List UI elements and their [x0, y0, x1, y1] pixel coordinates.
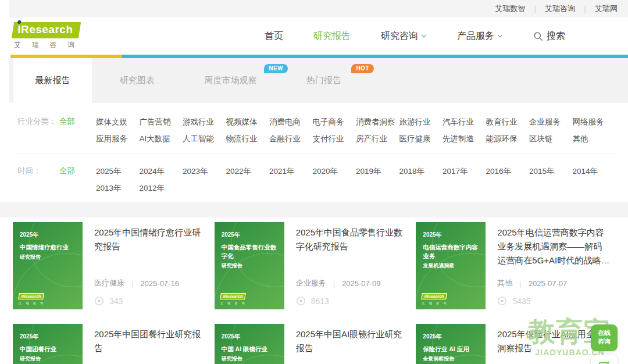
industry-option[interactable]: 媒体文娱 [96, 113, 140, 130]
cover-logo-subtext: 艾 瑞 咨 询 [422, 301, 448, 305]
industry-option[interactable]: 旅游行业 [399, 113, 443, 130]
nav-item-link[interactable]: 产品服务 [457, 30, 503, 42]
time-option[interactable]: 2025年 [96, 163, 140, 180]
industry-option[interactable]: 应用服务 [96, 130, 140, 147]
report-cover-thumbnail[interactable]: 2025年中国团餐行业研究报告iResearch艾 瑞 咨 询 [13, 324, 83, 364]
report-card[interactable]: 2025年中国情绪疗愈行业研究报告iResearch艾 瑞 咨 询2025年中国… [13, 222, 215, 309]
report-views-count: 343 [109, 297, 123, 306]
report-cover-thumbnail[interactable]: 2025年中国 AI 眼镜行业研究报告iResearch艾 瑞 咨 询 [215, 324, 284, 364]
industry-option[interactable]: 金融行业 [269, 130, 313, 147]
industry-option[interactable]: 其他 [573, 130, 616, 147]
time-option[interactable]: 2014年 [573, 163, 616, 180]
meta-divider: | [333, 279, 335, 288]
meta-divider: | [131, 279, 133, 288]
eye-views-icon [94, 296, 104, 306]
time-option[interactable]: 2020年 [313, 163, 356, 180]
industry-option[interactable]: 视频媒体 [226, 113, 270, 130]
cover-subtitle: 发展机遇洞察 [423, 262, 480, 270]
time-filter-row: 时间： 全部 2025年2024年2023年2022年2021年2020年201… [17, 153, 616, 197]
tab-item[interactable]: 热门报告HOT [283, 58, 365, 103]
report-category[interactable]: 其他 [497, 278, 512, 288]
report-title[interactable]: 2025年中国情绪疗愈行业研究报告 [94, 222, 208, 254]
nav-item-label: 研究报告 [313, 30, 351, 42]
industry-option[interactable]: 教育行业 [486, 113, 530, 130]
report-card[interactable]: 2025年中国 AI 眼镜行业研究报告iResearch艾 瑞 咨 询2025年… [215, 324, 416, 364]
industry-option[interactable]: 汽车行业 [443, 113, 486, 130]
nav-item-link[interactable]: 研究咨询 [381, 30, 427, 42]
tab-item[interactable]: 周度市场观察NEW [183, 58, 279, 103]
report-views: 343 [94, 296, 208, 306]
industry-option[interactable]: 区块链 [529, 130, 573, 147]
industry-option[interactable]: 物流行业 [226, 130, 270, 147]
report-meta: 医疗健康|2025-07-16 [94, 278, 208, 288]
tab-active[interactable]: 最新报告 [13, 58, 92, 103]
industry-option[interactable]: 游戏行业 [183, 113, 226, 130]
search-button[interactable]: 搜索 [533, 30, 565, 42]
cover-subtitle: 全景洞察报告 [423, 355, 480, 363]
industry-option[interactable]: 企业服务 [529, 113, 573, 130]
report-title[interactable]: 2025年中国团餐行业研究报告 [94, 324, 208, 355]
report-title[interactable]: 2025年中国AI眼镜行业研究报告 [296, 324, 409, 355]
industry-option[interactable]: 消费者洞察 [356, 113, 399, 130]
industry-option[interactable]: AI大数据 [140, 130, 183, 147]
report-card[interactable]: 2025年保险行业 AI 应用全景洞察报告iResearch艾 瑞 咨 询202… [416, 324, 618, 364]
industry-filter-all[interactable]: 全部 [59, 113, 96, 147]
iresearch-logo[interactable]: iResearch 艾瑞咨询 [13, 22, 80, 50]
time-option[interactable]: 2023年 [183, 163, 226, 180]
report-category[interactable]: 企业服务 [296, 278, 326, 288]
time-option[interactable]: 2013年 [96, 180, 140, 197]
report-info: 2025年电信运营商数字内容业务发展机遇洞察——解码运营商在5G+AI时代的战略… [497, 222, 611, 309]
report-cover-thumbnail[interactable]: 2025年中国情绪疗愈行业研究报告iResearch艾 瑞 咨 询 [13, 222, 83, 309]
topbar-link[interactable]: 艾瑞咨询 [545, 3, 575, 14]
time-option[interactable]: 2015年 [529, 163, 573, 180]
tab-item[interactable]: 研究图表 [97, 58, 178, 103]
consult-label-line2: 咨询 [591, 337, 618, 346]
nav-item-active[interactable]: 研究报告 [313, 30, 351, 42]
cover-subtitle: 研究报告 [222, 355, 279, 363]
report-title[interactable]: 2025年电信运营商数字内容业务发展机遇洞察——解码运营商在5G+AI时代的战略… [497, 222, 611, 267]
time-option[interactable]: 2021年 [269, 163, 313, 180]
cover-logo-text: iResearch [220, 293, 246, 299]
header: iResearch 艾瑞咨询 首页研究报告研究咨询产品服务搜索 [0, 17, 628, 55]
iresearch-cover-logo: iResearch艾 瑞 咨 询 [19, 290, 45, 305]
industry-option[interactable]: 支付行业 [313, 130, 356, 147]
report-views-count: 8613 [311, 297, 329, 306]
topbar-link[interactable]: 艾瑞数智 [495, 3, 525, 14]
feedback-form-button[interactable] [591, 355, 618, 364]
time-option[interactable]: 2017年 [443, 163, 486, 180]
report-card[interactable]: 2025年中国团餐行业研究报告iResearch艾 瑞 咨 询2025年中国团餐… [13, 324, 215, 364]
report-info: 2025年中国AI眼镜行业研究报告 [296, 324, 409, 364]
industry-option[interactable]: 电子商务 [313, 113, 356, 130]
time-filter-all[interactable]: 全部 [59, 163, 96, 197]
time-option[interactable]: 2012年 [140, 180, 183, 197]
topbar-link[interactable]: 艾瑞网 [595, 3, 618, 14]
industry-option[interactable]: 人工智能 [183, 130, 226, 147]
time-option[interactable]: 2022年 [226, 163, 270, 180]
time-option[interactable]: 2016年 [486, 163, 530, 180]
time-option[interactable]: 2018年 [399, 163, 443, 180]
industry-option[interactable]: 消费电商 [269, 113, 313, 130]
report-cover-thumbnail[interactable]: 2025年电信运营商数字内容业务发展机遇洞察iResearch艾 瑞 咨 询 [416, 222, 486, 309]
industry-option[interactable]: 网络服务 [573, 113, 616, 130]
nav-item-link[interactable]: 首页 [265, 30, 283, 42]
online-consult-button[interactable]: 在线 咨询 [591, 324, 618, 351]
industry-option[interactable]: 先进制造 [443, 130, 486, 147]
cover-title: 中国 AI 眼镜行业 [222, 345, 280, 354]
time-option[interactable]: 2019年 [356, 163, 399, 180]
report-card[interactable]: 2025年中国食品零售行业数字化研究报告iResearch艾 瑞 咨 询2025… [215, 222, 416, 309]
industry-option[interactable]: 房产行业 [356, 130, 399, 147]
nav-item-label: 研究咨询 [381, 30, 418, 42]
report-cover-thumbnail[interactable]: 2025年中国食品零售行业数字化研究报告iResearch艾 瑞 咨 询 [215, 222, 284, 309]
time-option[interactable]: 2024年 [140, 163, 183, 180]
filter-panel: 行业分类： 全部 媒体文娱广告营销游戏行业视频媒体消费电商电子商务消费者洞察旅游… [0, 103, 628, 202]
report-cover-thumbnail[interactable]: 2025年保险行业 AI 应用全景洞察报告iResearch艾 瑞 咨 询 [416, 324, 486, 364]
report-category[interactable]: 医疗健康 [94, 278, 124, 288]
report-title[interactable]: 2025年中国食品零售行业数字化研究报告 [296, 222, 409, 254]
industry-option[interactable]: 医疗健康 [399, 130, 443, 147]
meta-divider: | [519, 279, 521, 288]
main-nav: 首页研究报告研究咨询产品服务搜索 [265, 30, 565, 42]
industry-option[interactable]: 能源环保 [486, 130, 530, 147]
report-card[interactable]: 2025年电信运营商数字内容业务发展机遇洞察iResearch艾 瑞 咨 询20… [416, 222, 618, 309]
industry-option[interactable]: 广告营销 [140, 113, 183, 130]
floating-widget: 在线 咨询 [591, 324, 618, 364]
